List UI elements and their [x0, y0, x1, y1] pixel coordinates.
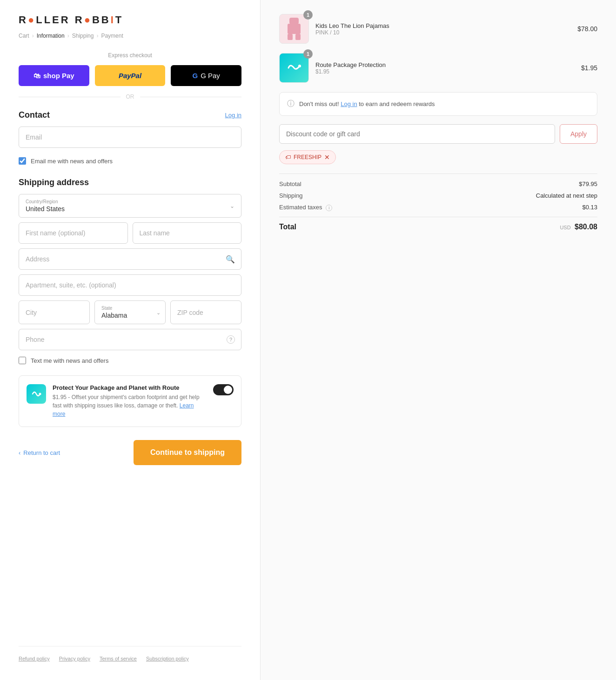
- state-value: Alabama: [101, 312, 127, 319]
- email-news-label: Email me with news and offers: [31, 158, 113, 165]
- text-news-checkbox[interactable]: [19, 357, 26, 364]
- refund-policy-link[interactable]: Refund policy: [19, 656, 50, 661]
- shop-pay-label: shop Pay: [43, 72, 74, 80]
- city-field[interactable]: [19, 300, 90, 324]
- subtotal-value: $79.95: [579, 180, 597, 187]
- subtotal-label: Subtotal: [279, 180, 301, 187]
- item-image-wrapper-1: 1: [279, 14, 309, 44]
- svg-rect-3: [288, 34, 293, 40]
- left-panel: R●LLER R●BBIT Cart › Information › Shipp…: [0, 0, 261, 680]
- express-checkout-label: Express checkout: [19, 52, 241, 59]
- phone-field[interactable]: [19, 329, 241, 350]
- breadcrumb-payment[interactable]: Payment: [101, 33, 123, 39]
- return-arrow-icon: ‹: [19, 449, 20, 456]
- email-news-checkbox[interactable]: [19, 157, 26, 165]
- country-chevron-icon: ⌄: [230, 203, 234, 209]
- item-details-1: Kids Leo The Lion Pajamas PINK / 10: [315, 22, 571, 36]
- freeship-tag: 🏷 FREESHIP ✕: [279, 150, 336, 164]
- address-field[interactable]: [19, 248, 241, 270]
- paypal-button[interactable]: PayPal: [95, 65, 166, 86]
- brand-logo: R●LLER R●BBIT: [19, 14, 241, 26]
- shop-pay-icon: 🛍: [33, 72, 40, 80]
- rewards-text: Don't miss out! Log in to earn and redee…: [299, 100, 435, 107]
- state-select[interactable]: State Alabama ⌄: [94, 300, 166, 324]
- item-price-2: $1.95: [581, 64, 597, 72]
- phone-group: ?: [19, 329, 241, 350]
- route-title: Protect Your Package and Planet with Rou…: [53, 384, 207, 391]
- apply-button[interactable]: Apply: [560, 124, 597, 144]
- breadcrumb-sep-1: ›: [32, 33, 34, 39]
- text-news-row: Text me with news and offers: [19, 357, 241, 364]
- toggle-track: [213, 384, 234, 395]
- city-state-zip-row: State Alabama ⌄: [19, 300, 241, 324]
- address-group: 🔍: [19, 248, 241, 270]
- svg-rect-2: [288, 24, 301, 34]
- text-news-label: Text me with news and offers: [31, 357, 108, 364]
- apt-field[interactable]: [19, 274, 241, 296]
- phone-help-icon: ?: [227, 335, 235, 344]
- login-link[interactable]: Log in: [225, 112, 241, 119]
- total-row: Total USD $80.08: [279, 217, 597, 231]
- discount-input[interactable]: [279, 124, 555, 144]
- zip-field[interactable]: [170, 300, 241, 324]
- g-icon: G: [193, 72, 198, 80]
- terms-link[interactable]: Terms of service: [100, 656, 137, 661]
- freeship-close-button[interactable]: ✕: [324, 153, 330, 161]
- breadcrumb-information[interactable]: Information: [37, 33, 65, 39]
- first-name-field[interactable]: [19, 222, 128, 244]
- express-buttons: 🛍 shop Pay PayPal G G Pay: [19, 65, 241, 86]
- shipping-row: Shipping Calculated at next step: [279, 192, 597, 199]
- or-text: OR: [126, 93, 134, 100]
- shipping-title: Shipping address: [19, 178, 241, 187]
- gpay-button[interactable]: G G Pay: [171, 65, 241, 86]
- return-to-cart-link[interactable]: ‹ Return to cart: [19, 449, 60, 456]
- svg-rect-4: [295, 34, 301, 40]
- svg-point-0: [39, 393, 41, 395]
- route-toggle[interactable]: [213, 384, 234, 395]
- route-desc-text: $1.95 - Offset your shipment's carbon fo…: [53, 394, 200, 409]
- total-amount: $80.08: [575, 223, 597, 231]
- last-name-field[interactable]: [133, 222, 242, 244]
- name-row: [19, 222, 241, 244]
- taxes-info-icon: i: [326, 205, 332, 211]
- email-field[interactable]: [19, 127, 241, 148]
- country-select[interactable]: Country/Region United States ⌄: [19, 194, 241, 218]
- gpay-label: G Pay: [201, 72, 220, 80]
- logo-dot: ●: [28, 14, 36, 26]
- state-label: State: [101, 306, 159, 311]
- subtotal-row: Subtotal $79.95: [279, 180, 597, 187]
- privacy-policy-link[interactable]: Privacy policy: [59, 656, 90, 661]
- item-badge-1: 1: [303, 10, 313, 20]
- breadcrumb-sep-2: ›: [67, 33, 69, 39]
- discount-row: Apply: [279, 124, 597, 144]
- route-desc: $1.95 - Offset your shipment's carbon fo…: [53, 393, 207, 418]
- route-icon: [27, 384, 46, 404]
- footer-links: Refund policy Privacy policy Terms of se…: [19, 646, 241, 661]
- rewards-suffix: to earn and redeem rewards: [359, 100, 435, 107]
- contact-section-header: Contact Log in: [19, 110, 241, 120]
- country-value: United States: [26, 205, 65, 213]
- svg-point-5: [298, 65, 301, 67]
- address-search-icon: 🔍: [226, 255, 235, 264]
- continue-button[interactable]: Continue to shipping: [134, 440, 241, 465]
- breadcrumb-shipping[interactable]: Shipping: [72, 33, 94, 39]
- shop-pay-button[interactable]: 🛍 shop Pay: [19, 65, 89, 86]
- item-name-2: Route Package Protection: [315, 61, 575, 68]
- rewards-login-link[interactable]: Log in: [341, 100, 357, 107]
- taxes-row: Estimated taxes i $0.13: [279, 204, 597, 211]
- item-price-1: $78.00: [577, 25, 597, 33]
- breadcrumb: Cart › Information › Shipping › Payment: [19, 33, 241, 39]
- item-name-1: Kids Leo The Lion Pajamas: [315, 22, 571, 29]
- logo-dot2: ●: [84, 14, 92, 26]
- item-details-2: Route Package Protection $1.95: [315, 61, 575, 75]
- route-text: Protect Your Package and Planet with Rou…: [53, 384, 207, 418]
- item-image-pajama: [279, 14, 309, 44]
- order-divider: [279, 173, 597, 174]
- item-variant-1: PINK / 10: [315, 29, 571, 36]
- total-currency: USD: [560, 225, 570, 230]
- return-label: Return to cart: [23, 449, 60, 456]
- breadcrumb-cart[interactable]: Cart: [19, 33, 29, 39]
- subscription-policy-link[interactable]: Subscription policy: [146, 656, 189, 661]
- info-circle-icon: ⓘ: [287, 99, 295, 109]
- rewards-banner: ⓘ Don't miss out! Log in to earn and red…: [279, 92, 597, 116]
